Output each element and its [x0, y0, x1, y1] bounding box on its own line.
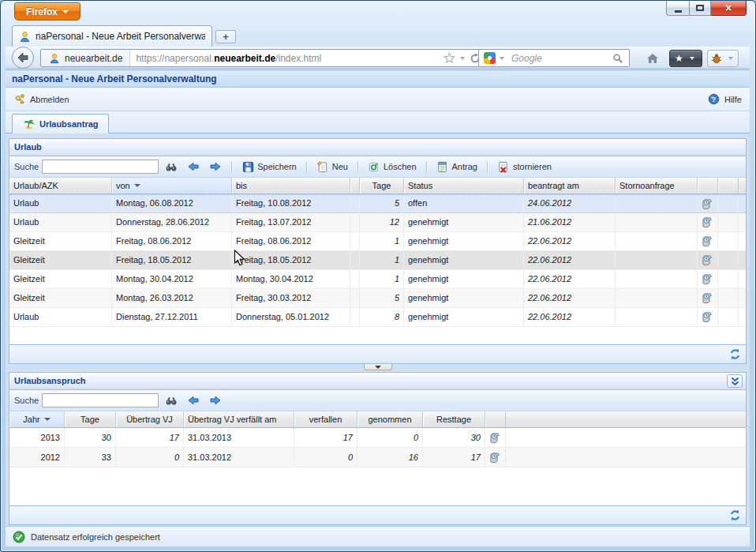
history-stamp-icon[interactable] [698, 232, 718, 250]
close-button[interactable]: × [711, 1, 747, 16]
column-header-resttage[interactable]: Resttage [423, 411, 485, 427]
google-icon[interactable] [484, 52, 496, 64]
cell: Montag, 26.03.2012 [112, 289, 232, 307]
history-stamp-icon[interactable] [698, 195, 718, 212]
table-row[interactable]: GleitzeitMontag, 26.03.2012Freitag, 30.0… [9, 289, 746, 308]
bookmarks-button[interactable]: ★ [669, 50, 702, 67]
cell: 30 [423, 428, 485, 447]
urlaub-grid-body: UrlaubMontag, 06.08.2012Freitag, 10.08.2… [9, 194, 746, 327]
cell: 2013 [9, 428, 65, 447]
cell-spacer [718, 195, 739, 212]
history-stamp-icon[interactable] [698, 308, 718, 326]
new-button[interactable]: Neu [313, 159, 351, 175]
column-header-bis[interactable]: bis [232, 178, 350, 193]
prev-button[interactable] [184, 159, 203, 175]
app-tabstrip: Urlaubsantrag [6, 111, 750, 133]
firefox-menu-label: Firefox [26, 6, 58, 17]
minimize-button[interactable] [666, 1, 689, 16]
sort-desc-icon [134, 184, 140, 187]
search-box[interactable]: Google [478, 49, 630, 67]
refresh-icon [729, 509, 741, 521]
url-bar[interactable]: neuearbeit.de https://napersonal.neuearb… [40, 49, 484, 67]
arrow-right-icon [209, 394, 222, 407]
magnifier-icon[interactable] [610, 53, 626, 64]
column-header-genommen[interactable]: genommen [357, 411, 423, 427]
history-stamp-icon[interactable] [485, 448, 506, 467]
history-stamp-icon[interactable] [698, 289, 718, 307]
cell: 17 [423, 448, 485, 467]
column-header-übertrag-vj[interactable]: Übertrag VJ [116, 411, 184, 427]
column-header-stornoanfrage[interactable]: Stornoanfrage [616, 178, 698, 193]
column-header-übertrag-vj-verfällt-am[interactable]: Übertrag VJ verfällt am [184, 411, 294, 427]
table-row[interactable]: GleitzeitFreitag, 08.06.2012Freitag, 08.… [9, 232, 746, 251]
cell: Gleitzeit [9, 289, 112, 307]
collapse-panel-button[interactable] [727, 374, 743, 388]
prev-button[interactable] [184, 392, 203, 408]
cell-spacer [350, 195, 360, 212]
cell [616, 270, 698, 288]
table-row[interactable]: GleitzeitFreitag, 18.05.2012Freitag, 18.… [9, 251, 746, 270]
browser-tab-title: naPersonal - Neue Arbeit Personalverwal.… [36, 31, 205, 42]
search-binoculars-button[interactable] [162, 159, 181, 175]
refresh-button[interactable] [729, 348, 741, 363]
column-header-verfallen[interactable]: verfallen [294, 411, 357, 427]
history-stamp-icon[interactable] [485, 428, 506, 447]
panel-splitter[interactable] [9, 364, 747, 372]
history-stamp-icon[interactable] [698, 270, 718, 288]
identity-box[interactable]: neuearbeit.de [41, 50, 130, 66]
table-row[interactable]: UrlaubDienstag, 27.12.2011Donnerstag, 05… [9, 308, 746, 327]
addon-button[interactable] [707, 50, 739, 67]
chevron-down-icon[interactable] [460, 57, 465, 60]
next-button[interactable] [206, 392, 225, 408]
new-tab-button[interactable]: + [215, 30, 236, 43]
toolbar-separator [426, 161, 427, 173]
cell: genehmigt [404, 213, 524, 231]
column-header-urlaub-azk[interactable]: Urlaub/AZK [9, 178, 112, 193]
home-icon [646, 52, 659, 65]
table-row[interactable]: 201233031.03.201201617 [9, 448, 746, 468]
url-text[interactable]: https://napersonal.neuearbeit.de/index.h… [130, 53, 441, 64]
search-input[interactable] [42, 393, 159, 407]
home-button[interactable] [641, 50, 664, 67]
delete-icon [368, 160, 380, 173]
table-row[interactable]: 2013301731.03.201317030 [9, 428, 746, 448]
splitter-collapse-handle[interactable] [364, 364, 392, 370]
bookmark-star-icon[interactable] [441, 52, 458, 64]
column-header-tage[interactable]: Tage [360, 178, 404, 193]
back-button[interactable] [12, 47, 34, 69]
cancel-request-button[interactable]: stornieren [494, 159, 555, 175]
help-label: Hilfe [724, 95, 742, 104]
maximize-button[interactable] [689, 1, 711, 16]
table-row[interactable]: UrlaubMontag, 06.08.2012Freitag, 10.08.2… [9, 194, 746, 213]
help-button[interactable]: ? Hilfe [708, 93, 742, 106]
search-binoculars-button[interactable] [162, 392, 181, 408]
history-stamp-icon[interactable] [698, 251, 718, 269]
url-scheme: https://napersonal. [136, 53, 214, 64]
next-button[interactable] [206, 159, 225, 175]
refresh-button[interactable] [729, 509, 741, 524]
titlebar: Firefox × [1, 1, 755, 25]
column-header-jahr[interactable]: Jahr [9, 411, 65, 427]
column-header-status[interactable]: Status [404, 178, 524, 193]
delete-button[interactable]: Löschen [365, 159, 420, 175]
history-stamp-icon[interactable] [698, 213, 718, 231]
column-header-von[interactable]: von [112, 178, 232, 193]
save-button[interactable]: Speichern [238, 159, 300, 175]
firefox-menu-button[interactable]: Firefox [14, 2, 80, 21]
refresh-icon [729, 348, 741, 360]
table-row[interactable]: UrlaubDonnerstag, 28.06.2012Freitag, 13.… [9, 213, 746, 232]
urlaub-grid-header: Urlaub/AZKvonbisTageStatusbeantragt amSt… [9, 178, 746, 194]
search-input[interactable] [42, 160, 159, 174]
panel-title: Urlaubsanspruch [14, 376, 85, 385]
tab-urlaubsantrag[interactable]: Urlaubsantrag [12, 114, 109, 133]
column-header-tage[interactable]: Tage [65, 411, 116, 427]
column-header-beantragt-am[interactable]: beantragt am [524, 178, 616, 193]
cell-spacer [718, 232, 739, 250]
browser-tab[interactable]: naPersonal - Neue Arbeit Personalverwal.… [12, 25, 212, 47]
cell [616, 213, 698, 231]
logout-button[interactable]: Abmelden [13, 93, 69, 106]
column-header-spacer [350, 178, 360, 193]
table-row[interactable]: GleitzeitMontag, 30.04.2012Montag, 30.04… [9, 270, 746, 289]
chevron-down-icon[interactable] [500, 57, 504, 60]
request-button[interactable]: Antrag [433, 159, 481, 175]
